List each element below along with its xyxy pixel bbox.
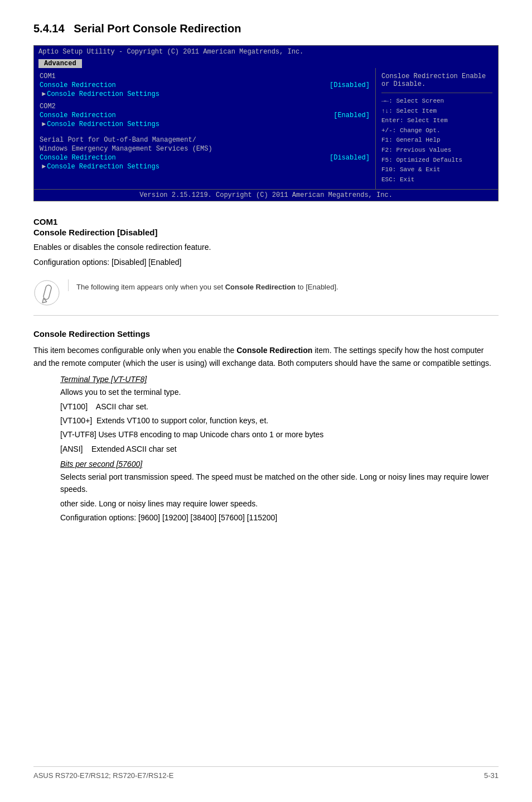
bios-footer-text: Version 2.15.1219. Copyright (C) 2011 Am… bbox=[34, 189, 498, 201]
doc-config-options: Configuration options: [Disabled] [Enabl… bbox=[33, 257, 499, 268]
note-box: The following item appears only when you… bbox=[33, 279, 499, 316]
terminal-type-block: Terminal Type [VT-UTF8] Allows you to se… bbox=[60, 375, 499, 455]
svg-rect-1 bbox=[43, 284, 52, 300]
bios-tab-advanced: Advanced bbox=[38, 59, 82, 68]
ansi-line: [ANSI] Extended ASCII char set bbox=[60, 443, 499, 455]
bios-ems-console-redirection: Console Redirection [Disabled] bbox=[40, 154, 370, 162]
note-text-bold: Console Redirection bbox=[225, 283, 296, 291]
note-icon bbox=[33, 279, 60, 306]
page-footer: ASUS RS720-E7/RS12; RS720-E7/RS12-E 5-31 bbox=[33, 766, 499, 780]
bios-com1-settings: ►Console Redirection Settings bbox=[42, 90, 370, 98]
bios-com2-label: COM2 bbox=[40, 103, 370, 110]
bios-com2-cr-label: Console Redirection bbox=[40, 112, 116, 119]
bios-ems-cr-value: [Disabled] bbox=[330, 154, 370, 162]
key-help-line-6: F2: Previous Values bbox=[381, 146, 492, 156]
svg-line-3 bbox=[42, 302, 47, 303]
key-help-line-4: +/-: Change Opt. bbox=[381, 126, 492, 136]
key-help-line-1: →←: Select Screen bbox=[381, 96, 492, 107]
doc-console-redirection-desc: Enables or disables the console redirect… bbox=[33, 241, 499, 253]
bios-com1-label: COM1 bbox=[40, 73, 370, 80]
svg-line-4 bbox=[42, 298, 43, 303]
footer-left: ASUS RS720-E7/RS12; RS720-E7/RS12-E bbox=[33, 771, 173, 780]
note-text: The following item appears only when you… bbox=[68, 279, 338, 291]
bios-header-text: Aptio Setup Utility - Copyright (C) 2011… bbox=[34, 46, 498, 58]
bios-com1-cr-label: Console Redirection bbox=[40, 81, 116, 89]
bios-ems-settings: ►Console Redirection Settings bbox=[42, 163, 370, 171]
bios-com1-cr-value: [Disabled] bbox=[330, 81, 370, 89]
bios-com1-console-redirection: Console Redirection [Disabled] bbox=[40, 81, 370, 89]
bios-sidebar: Consloe Redirection Enable or Disable. →… bbox=[375, 68, 498, 189]
key-help-line-2: ↑↓: Select Item bbox=[381, 107, 492, 117]
settings-desc: This item becomes configurable only when… bbox=[33, 344, 499, 369]
vt100plus-line: [VT100+] Extends VT100 to support color,… bbox=[60, 414, 499, 427]
bios-ems-label1: Serial Port for Out-of-Band Management/ bbox=[40, 136, 370, 144]
bits-per-second-desc: Selects serial port transmission speed. … bbox=[60, 471, 499, 496]
bios-help-text: Consloe Redirection Enable or Disable. bbox=[381, 73, 492, 88]
bios-tab-bar: Advanced bbox=[34, 58, 498, 68]
bios-ems-label2: Windows Emergency Management Services (E… bbox=[40, 145, 370, 153]
doc-com1-heading: COM1 bbox=[33, 217, 499, 226]
bits-per-second-block: Bits per second [57600] Selects serial p… bbox=[60, 460, 499, 524]
footer-right: 5-31 bbox=[484, 771, 499, 780]
bios-com2-console-redirection: Console Redirection [Enabled] bbox=[40, 112, 370, 119]
vt100-line: [VT100] ASCII char set. bbox=[60, 400, 499, 413]
key-help-line-8: F10: Save & Exit bbox=[381, 165, 492, 175]
terminal-type-desc: Allows you to set the terminal type. bbox=[60, 386, 499, 398]
bios-com2-cr-value: [Enabled] bbox=[333, 112, 370, 119]
bits-per-second-heading: Bits per second [57600] bbox=[60, 460, 499, 468]
key-help-line-5: F1: General Help bbox=[381, 136, 492, 146]
bits-second-line2: other side. Long or noisy lines may requ… bbox=[60, 497, 499, 510]
key-help-line-3: Enter: Select Item bbox=[381, 116, 492, 126]
note-text-suffix: to [Enabled]. bbox=[296, 283, 338, 291]
bios-key-help: →←: Select Screen ↑↓: Select Item Enter:… bbox=[381, 96, 492, 185]
config-options-bps: Configuration options: [9600] [19200] [3… bbox=[60, 511, 499, 524]
terminal-type-heading: Terminal Type [VT-UTF8] bbox=[60, 375, 499, 384]
key-help-line-9: ESC: Exit bbox=[381, 175, 492, 185]
bios-screenshot: Aptio Setup Utility - Copyright (C) 2011… bbox=[33, 45, 499, 201]
bios-com2-settings: ►Console Redirection Settings bbox=[42, 120, 370, 128]
key-help-line-7: F5: Optimized Defaults bbox=[381, 156, 492, 166]
bios-main-panel: COM1 Console Redirection [Disabled] ►Con… bbox=[34, 68, 375, 189]
vtutf8-line: [VT-UTF8] Uses UTF8 encoding to map Unic… bbox=[60, 428, 499, 441]
bios-ems-cr-label: Console Redirection bbox=[40, 154, 116, 162]
settings-heading: Console Redirection Settings bbox=[33, 329, 499, 339]
note-text-prefix: The following item appears only when you… bbox=[76, 283, 225, 291]
settings-section: Console Redirection Settings This item b… bbox=[33, 329, 499, 524]
doc-console-redirection-heading: Console Redirection [Disabled] bbox=[33, 228, 499, 237]
doc-com1-section: COM1 Console Redirection [Disabled] Enab… bbox=[33, 217, 499, 268]
section-title: 5.4.14 Serial Port Console Redirection bbox=[33, 22, 499, 35]
